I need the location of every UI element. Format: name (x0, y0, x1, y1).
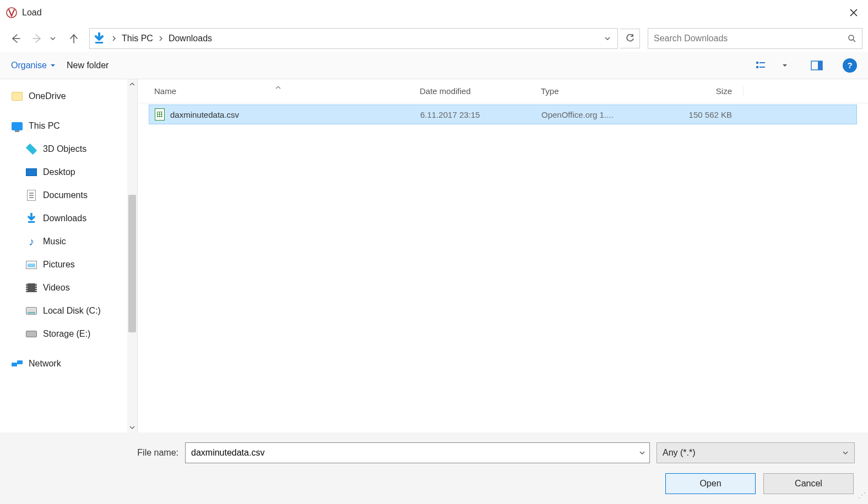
tree-item-label: Downloads (43, 213, 86, 223)
search-box[interactable] (648, 28, 862, 49)
search-icon (848, 34, 856, 43)
back-button[interactable] (6, 29, 25, 48)
spreadsheet-file-icon (155, 108, 165, 120)
window-title: Load (22, 8, 42, 18)
address-history-dropdown[interactable] (601, 35, 614, 42)
sidebar-scrollbar[interactable] (127, 79, 137, 432)
svg-rect-8 (818, 61, 822, 70)
file-name-label: File name: (13, 448, 178, 458)
column-headers: Name Date modified Type Size (138, 79, 868, 103)
storage-icon (25, 328, 37, 340)
help-button[interactable]: ? (843, 58, 857, 73)
navigation-tree: OneDrive This PC 3D Objects Desktop Docu… (0, 79, 138, 432)
refresh-button[interactable] (620, 29, 640, 48)
search-input[interactable] (654, 34, 848, 43)
folder-icon (11, 90, 23, 102)
toolbar: Organise New folder ? (0, 52, 868, 79)
svg-rect-6 (760, 67, 765, 68)
tree-item-label: Network (29, 359, 61, 369)
recent-locations-dropdown[interactable] (50, 35, 62, 42)
svg-rect-9 (28, 221, 35, 223)
file-name: daxminutedata.csv (170, 110, 239, 119)
breadcrumb-this-pc[interactable]: This PC (118, 34, 156, 43)
column-type[interactable]: Type (534, 86, 655, 96)
file-type-filter[interactable]: Any (*.*) (657, 442, 855, 463)
desktop-icon (25, 166, 37, 178)
column-date-modified[interactable]: Date modified (413, 86, 534, 96)
main-area: OneDrive This PC 3D Objects Desktop Docu… (0, 79, 868, 432)
footer: File name: Any (*.*) Open Cancel ⋰ (0, 432, 868, 504)
file-date: 6.11.2017 23:15 (414, 110, 535, 119)
tree-item-label: Desktop (43, 167, 75, 177)
tree-item-music[interactable]: ♪ Music (0, 230, 137, 253)
tree-item-label: OneDrive (29, 91, 66, 101)
tree-item-desktop[interactable]: Desktop (0, 161, 137, 184)
tree-item-3d-objects[interactable]: 3D Objects (0, 138, 137, 161)
tree-item-label: Music (43, 237, 66, 246)
tree-item-local-disk[interactable]: Local Disk (C:) (0, 299, 137, 322)
tree-item-label: 3D Objects (43, 144, 86, 154)
tree-item-label: Storage (E:) (43, 329, 90, 339)
organise-label: Organise (11, 61, 47, 70)
organise-menu[interactable]: Organise (11, 61, 56, 70)
tree-item-label: Documents (43, 190, 88, 200)
file-name-input[interactable] (185, 442, 650, 463)
file-name-history-dropdown[interactable] (639, 450, 645, 456)
network-icon (11, 358, 23, 370)
navigation-bar: This PC Downloads (0, 25, 868, 52)
filter-label: Any (*.*) (663, 448, 696, 458)
tree-item-label: Local Disk (C:) (43, 306, 101, 316)
title-bar: Load (0, 0, 868, 25)
tree-item-documents[interactable]: Documents (0, 184, 137, 207)
tree-item-label: This PC (29, 121, 60, 131)
music-icon: ♪ (25, 235, 37, 248)
svg-rect-1 (95, 42, 103, 43)
scrollbar-thumb[interactable] (128, 195, 136, 332)
new-folder-button[interactable]: New folder (67, 61, 109, 70)
svg-point-2 (849, 35, 854, 40)
tree-item-downloads[interactable]: Downloads (0, 207, 137, 230)
view-options-dropdown[interactable] (782, 63, 794, 68)
address-bar[interactable]: This PC Downloads (89, 28, 618, 49)
app-icon (6, 7, 18, 19)
documents-icon (25, 189, 37, 201)
tree-item-videos[interactable]: Videos (0, 276, 137, 299)
path-separator-icon[interactable] (156, 35, 165, 42)
tree-item-label: Pictures (43, 260, 75, 270)
scroll-down-icon[interactable] (127, 423, 137, 432)
path-separator-icon[interactable] (110, 35, 118, 42)
column-size[interactable]: Size (655, 86, 744, 96)
open-button[interactable]: Open (665, 473, 756, 494)
close-button[interactable] (845, 6, 862, 19)
file-list: Name Date modified Type Size daxminuteda… (138, 79, 868, 432)
sort-ascending-icon (275, 85, 281, 90)
tree-item-this-pc[interactable]: This PC (0, 114, 137, 138)
videos-icon (25, 282, 37, 294)
up-button[interactable] (64, 29, 84, 48)
svg-rect-3 (756, 62, 758, 64)
file-row[interactable]: daxminutedata.csv 6.11.2017 23:15 OpenOf… (149, 105, 857, 124)
tree-item-pictures[interactable]: Pictures (0, 253, 137, 276)
disk-icon (25, 305, 37, 317)
cancel-button[interactable]: Cancel (763, 473, 854, 494)
tree-item-label: Videos (43, 283, 70, 293)
preview-pane-button[interactable] (807, 57, 826, 74)
computer-icon (11, 120, 23, 132)
column-name[interactable]: Name (138, 86, 413, 96)
3d-objects-icon (25, 143, 37, 155)
pictures-icon (25, 259, 37, 271)
scroll-up-icon[interactable] (127, 79, 137, 89)
view-options-button[interactable] (752, 57, 771, 74)
downloads-icon (25, 212, 37, 224)
svg-rect-4 (756, 66, 758, 68)
resize-grip-icon[interactable]: ⋰ (858, 494, 866, 502)
breadcrumb-downloads[interactable]: Downloads (165, 34, 215, 43)
forward-button[interactable] (28, 29, 47, 48)
tree-item-storage[interactable]: Storage (E:) (0, 322, 137, 346)
tree-item-onedrive[interactable]: OneDrive (0, 85, 137, 108)
file-size: 150 562 KB (656, 110, 743, 119)
downloads-folder-icon (93, 32, 105, 45)
file-type: OpenOffice.org 1.... (535, 110, 656, 119)
svg-rect-5 (760, 62, 765, 63)
tree-item-network[interactable]: Network (0, 352, 137, 375)
